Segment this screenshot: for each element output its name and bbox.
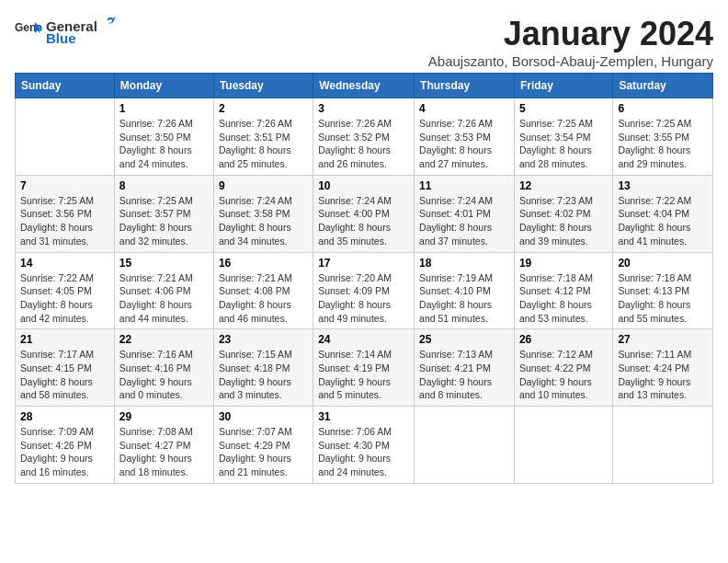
day-info: Sunrise: 7:26 AM Sunset: 3:53 PM Dayligh… — [419, 117, 509, 171]
day-number: 9 — [219, 179, 308, 192]
day-info: Sunrise: 7:24 AM Sunset: 4:01 PM Dayligh… — [419, 194, 509, 248]
weekday-header-thursday: Thursday — [415, 74, 515, 98]
day-info: Sunrise: 7:20 AM Sunset: 4:09 PM Dayligh… — [318, 271, 409, 326]
day-number: 28 — [20, 410, 109, 423]
day-number: 27 — [618, 333, 708, 346]
calendar-cell: 30Sunrise: 7:07 AM Sunset: 4:29 PM Dayli… — [213, 407, 313, 484]
logo-blue-text: Blue — [46, 30, 76, 46]
calendar-week-2: 7Sunrise: 7:25 AM Sunset: 3:56 PM Daylig… — [16, 175, 713, 252]
calendar-cell — [16, 98, 115, 176]
day-number: 29 — [119, 410, 209, 423]
day-info: Sunrise: 7:21 AM Sunset: 4:08 PM Dayligh… — [219, 271, 308, 326]
day-info: Sunrise: 7:12 AM Sunset: 4:22 PM Dayligh… — [519, 348, 608, 402]
day-info: Sunrise: 7:26 AM Sunset: 3:50 PM Dayligh… — [119, 117, 209, 171]
calendar-cell: 20Sunrise: 7:18 AM Sunset: 4:13 PM Dayli… — [613, 252, 713, 329]
day-info: Sunrise: 7:16 AM Sunset: 4:16 PM Dayligh… — [119, 348, 209, 402]
day-number: 11 — [419, 179, 509, 192]
calendar-cell: 12Sunrise: 7:23 AM Sunset: 4:02 PM Dayli… — [514, 175, 612, 252]
calendar-body: 1Sunrise: 7:26 AM Sunset: 3:50 PM Daylig… — [16, 98, 713, 484]
day-number: 3 — [318, 102, 409, 115]
day-number: 21 — [20, 333, 109, 346]
day-info: Sunrise: 7:26 AM Sunset: 3:52 PM Dayligh… — [318, 117, 409, 171]
day-number: 18 — [419, 257, 509, 270]
logo-icon: General — [15, 20, 42, 42]
day-info: Sunrise: 7:19 AM Sunset: 4:10 PM Dayligh… — [419, 271, 509, 326]
calendar-cell: 28Sunrise: 7:09 AM Sunset: 4:26 PM Dayli… — [16, 407, 115, 484]
day-number: 17 — [318, 257, 409, 270]
weekday-header-wednesday: Wednesday — [313, 74, 415, 98]
day-info: Sunrise: 7:11 AM Sunset: 4:24 PM Dayligh… — [618, 348, 708, 402]
day-number: 7 — [20, 179, 109, 192]
calendar-cell: 26Sunrise: 7:12 AM Sunset: 4:22 PM Dayli… — [514, 329, 612, 407]
calendar-cell: 17Sunrise: 7:20 AM Sunset: 4:09 PM Dayli… — [313, 252, 415, 329]
logo: General General Blue — [15, 15, 118, 47]
day-info: Sunrise: 7:26 AM Sunset: 3:51 PM Dayligh… — [219, 117, 308, 171]
calendar-cell: 10Sunrise: 7:24 AM Sunset: 4:00 PM Dayli… — [313, 175, 415, 252]
day-info: Sunrise: 7:14 AM Sunset: 4:19 PM Dayligh… — [318, 348, 409, 402]
page-header: General General Blue January 2024 Abaujs… — [15, 15, 713, 69]
day-info: Sunrise: 7:25 AM Sunset: 3:57 PM Dayligh… — [119, 194, 209, 248]
day-info: Sunrise: 7:06 AM Sunset: 4:30 PM Dayligh… — [318, 425, 409, 479]
day-info: Sunrise: 7:21 AM Sunset: 4:06 PM Dayligh… — [119, 271, 209, 326]
calendar-cell: 11Sunrise: 7:24 AM Sunset: 4:01 PM Dayli… — [415, 175, 515, 252]
calendar-cell: 9Sunrise: 7:24 AM Sunset: 3:58 PM Daylig… — [213, 175, 313, 252]
calendar-cell: 13Sunrise: 7:22 AM Sunset: 4:04 PM Dayli… — [613, 175, 713, 252]
day-info: Sunrise: 7:25 AM Sunset: 3:56 PM Dayligh… — [20, 194, 109, 248]
weekday-header-tuesday: Tuesday — [213, 74, 313, 98]
day-number: 25 — [419, 333, 509, 346]
day-number: 30 — [219, 410, 308, 423]
day-number: 13 — [618, 179, 708, 192]
day-info: Sunrise: 7:24 AM Sunset: 4:00 PM Dayligh… — [318, 194, 409, 248]
day-info: Sunrise: 7:25 AM Sunset: 3:55 PM Dayligh… — [618, 117, 708, 171]
day-info: Sunrise: 7:08 AM Sunset: 4:27 PM Dayligh… — [119, 425, 209, 479]
day-info: Sunrise: 7:23 AM Sunset: 4:02 PM Dayligh… — [519, 194, 608, 248]
calendar-cell: 25Sunrise: 7:13 AM Sunset: 4:21 PM Dayli… — [415, 329, 515, 407]
day-number: 23 — [219, 333, 308, 346]
day-number: 26 — [519, 333, 608, 346]
calendar-cell: 21Sunrise: 7:17 AM Sunset: 4:15 PM Dayli… — [16, 329, 115, 407]
day-number: 15 — [119, 257, 209, 270]
day-info: Sunrise: 7:18 AM Sunset: 4:13 PM Dayligh… — [618, 271, 708, 326]
weekday-header-saturday: Saturday — [613, 74, 713, 98]
calendar-cell: 2Sunrise: 7:26 AM Sunset: 3:51 PM Daylig… — [213, 98, 313, 176]
calendar-week-5: 28Sunrise: 7:09 AM Sunset: 4:26 PM Dayli… — [16, 407, 713, 484]
day-number: 19 — [519, 257, 608, 270]
calendar-table: SundayMondayTuesdayWednesdayThursdayFrid… — [15, 73, 713, 484]
calendar-cell: 29Sunrise: 7:08 AM Sunset: 4:27 PM Dayli… — [114, 407, 213, 484]
title-block: January 2024 Abaujszanto, Borsod-Abauj-Z… — [428, 15, 713, 69]
calendar-cell: 8Sunrise: 7:25 AM Sunset: 3:57 PM Daylig… — [114, 175, 213, 252]
calendar-cell — [613, 407, 713, 484]
calendar-cell: 3Sunrise: 7:26 AM Sunset: 3:52 PM Daylig… — [313, 98, 415, 176]
day-info: Sunrise: 7:13 AM Sunset: 4:21 PM Dayligh… — [419, 348, 509, 402]
calendar-cell: 7Sunrise: 7:25 AM Sunset: 3:56 PM Daylig… — [16, 175, 115, 252]
month-title: January 2024 — [428, 15, 713, 53]
day-number: 4 — [419, 102, 509, 115]
day-number: 10 — [318, 179, 409, 192]
day-number: 14 — [20, 257, 109, 270]
calendar-cell: 1Sunrise: 7:26 AM Sunset: 3:50 PM Daylig… — [114, 98, 213, 176]
day-number: 2 — [219, 102, 308, 115]
calendar-cell: 18Sunrise: 7:19 AM Sunset: 4:10 PM Dayli… — [415, 252, 515, 329]
day-number: 1 — [119, 102, 209, 115]
calendar-cell: 14Sunrise: 7:22 AM Sunset: 4:05 PM Dayli… — [16, 252, 115, 329]
day-number: 20 — [618, 257, 708, 270]
day-info: Sunrise: 7:15 AM Sunset: 4:18 PM Dayligh… — [219, 348, 308, 402]
calendar-cell: 6Sunrise: 7:25 AM Sunset: 3:55 PM Daylig… — [613, 98, 713, 176]
location-title: Abaujszanto, Borsod-Abauj-Zemplen, Hunga… — [428, 53, 713, 69]
calendar-cell — [514, 407, 612, 484]
calendar-week-4: 21Sunrise: 7:17 AM Sunset: 4:15 PM Dayli… — [16, 329, 713, 407]
logo-bird-icon — [99, 15, 116, 31]
day-number: 8 — [119, 179, 209, 192]
calendar-cell: 5Sunrise: 7:25 AM Sunset: 3:54 PM Daylig… — [514, 98, 612, 176]
day-info: Sunrise: 7:22 AM Sunset: 4:04 PM Dayligh… — [618, 194, 708, 248]
day-number: 24 — [318, 333, 409, 346]
calendar-cell: 22Sunrise: 7:16 AM Sunset: 4:16 PM Dayli… — [114, 329, 213, 407]
day-number: 16 — [219, 257, 308, 270]
day-number: 6 — [618, 102, 708, 115]
calendar-cell: 31Sunrise: 7:06 AM Sunset: 4:30 PM Dayli… — [313, 407, 415, 484]
calendar-cell: 23Sunrise: 7:15 AM Sunset: 4:18 PM Dayli… — [213, 329, 313, 407]
calendar-cell: 24Sunrise: 7:14 AM Sunset: 4:19 PM Dayli… — [313, 329, 415, 407]
day-info: Sunrise: 7:07 AM Sunset: 4:29 PM Dayligh… — [219, 425, 308, 479]
day-info: Sunrise: 7:25 AM Sunset: 3:54 PM Dayligh… — [519, 117, 608, 171]
weekday-header-row: SundayMondayTuesdayWednesdayThursdayFrid… — [16, 74, 713, 98]
